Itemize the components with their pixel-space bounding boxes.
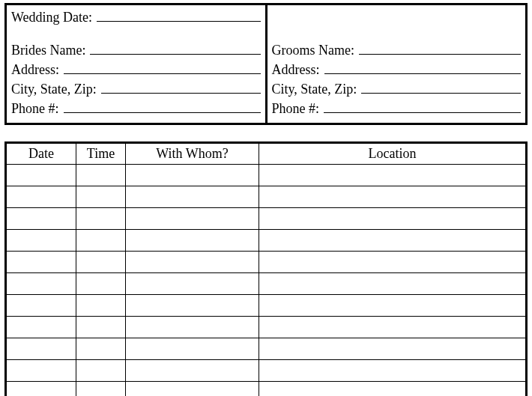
cell-date[interactable] bbox=[6, 165, 76, 186]
cell-whom[interactable] bbox=[126, 317, 259, 338]
bride-phone-label: Phone #: bbox=[11, 101, 59, 117]
schedule-table: Date Time With Whom? Location bbox=[4, 141, 528, 396]
header-whom: With Whom? bbox=[126, 143, 259, 165]
brides-name-field: Brides Name: bbox=[11, 41, 261, 61]
bride-address-label: Address: bbox=[11, 62, 59, 78]
contact-info-box: Wedding Date: Brides Name: Address: City… bbox=[4, 3, 528, 125]
groom-city-label: City, State, Zip: bbox=[272, 82, 357, 97]
table-row bbox=[6, 317, 527, 338]
cell-whom[interactable] bbox=[126, 165, 259, 186]
groom-address-input[interactable] bbox=[324, 61, 522, 74]
cell-location[interactable] bbox=[259, 317, 527, 338]
bride-column: Wedding Date: Brides Name: Address: City… bbox=[7, 5, 267, 123]
section-gap bbox=[4, 125, 528, 141]
bride-address-field: Address: bbox=[11, 61, 261, 80]
cell-date[interactable] bbox=[6, 360, 76, 382]
cell-date[interactable] bbox=[6, 317, 76, 338]
grooms-name-field: Grooms Name: bbox=[272, 41, 522, 61]
table-row bbox=[6, 252, 527, 273]
cell-location[interactable] bbox=[259, 360, 527, 382]
brides-name-input[interactable] bbox=[90, 41, 260, 55]
table-row bbox=[6, 338, 527, 360]
cell-whom[interactable] bbox=[126, 252, 259, 273]
cell-location[interactable] bbox=[259, 273, 527, 295]
cell-date[interactable] bbox=[6, 230, 76, 252]
header-date: Date bbox=[6, 143, 76, 165]
cell-location[interactable] bbox=[259, 208, 527, 230]
cell-time[interactable] bbox=[76, 186, 126, 208]
header-time: Time bbox=[76, 143, 126, 165]
cell-time[interactable] bbox=[76, 317, 126, 338]
cell-date[interactable] bbox=[6, 295, 76, 317]
spacer bbox=[11, 28, 261, 41]
cell-whom[interactable] bbox=[126, 208, 259, 230]
cell-time[interactable] bbox=[76, 208, 126, 230]
cell-date[interactable] bbox=[6, 338, 76, 360]
wedding-date-field: Wedding Date: bbox=[11, 8, 261, 28]
cell-date[interactable] bbox=[6, 186, 76, 208]
header-location: Location bbox=[259, 143, 527, 165]
cell-whom[interactable] bbox=[126, 338, 259, 360]
groom-city-input[interactable] bbox=[361, 80, 521, 94]
groom-phone-input[interactable] bbox=[324, 100, 521, 113]
table-row bbox=[6, 382, 527, 397]
cell-whom[interactable] bbox=[126, 360, 259, 382]
table-row bbox=[6, 165, 527, 186]
bride-city-label: City, State, Zip: bbox=[11, 82, 97, 97]
cell-time[interactable] bbox=[76, 382, 126, 397]
groom-address-label: Address: bbox=[272, 62, 320, 78]
wedding-date-label: Wedding Date: bbox=[11, 10, 92, 25]
cell-whom[interactable] bbox=[126, 295, 259, 317]
schedule-body bbox=[6, 165, 527, 397]
table-row bbox=[6, 208, 527, 230]
cell-date[interactable] bbox=[6, 382, 76, 397]
bride-phone-field: Phone #: bbox=[11, 100, 261, 119]
table-row bbox=[6, 273, 527, 295]
groom-phone-label: Phone #: bbox=[272, 101, 320, 117]
cell-whom[interactable] bbox=[126, 273, 259, 295]
cell-date[interactable] bbox=[6, 273, 76, 295]
cell-whom[interactable] bbox=[126, 382, 259, 397]
cell-whom[interactable] bbox=[126, 230, 259, 252]
cell-location[interactable] bbox=[259, 295, 527, 317]
schedule-header-row: Date Time With Whom? Location bbox=[6, 143, 527, 165]
groom-column: Grooms Name: Address: City, State, Zip: … bbox=[267, 5, 526, 123]
brides-name-label: Brides Name: bbox=[11, 43, 85, 58]
cell-location[interactable] bbox=[259, 230, 527, 252]
cell-time[interactable] bbox=[76, 338, 126, 360]
table-row bbox=[6, 295, 527, 317]
cell-time[interactable] bbox=[76, 273, 126, 295]
cell-location[interactable] bbox=[259, 338, 527, 360]
groom-phone-field: Phone #: bbox=[272, 100, 522, 119]
cell-date[interactable] bbox=[6, 252, 76, 273]
cell-time[interactable] bbox=[76, 165, 126, 186]
table-row bbox=[6, 230, 527, 252]
bride-city-field: City, State, Zip: bbox=[11, 80, 261, 100]
cell-location[interactable] bbox=[259, 382, 527, 397]
grooms-name-label: Grooms Name: bbox=[272, 43, 354, 58]
cell-time[interactable] bbox=[76, 360, 126, 382]
cell-location[interactable] bbox=[259, 252, 527, 273]
table-row bbox=[6, 186, 527, 208]
groom-city-field: City, State, Zip: bbox=[272, 80, 522, 100]
table-row bbox=[6, 360, 527, 382]
cell-location[interactable] bbox=[259, 165, 527, 186]
cell-whom[interactable] bbox=[126, 186, 259, 208]
spacer bbox=[272, 28, 522, 41]
bride-phone-input[interactable] bbox=[64, 100, 261, 113]
groom-address-field: Address: bbox=[272, 61, 522, 80]
cell-date[interactable] bbox=[6, 208, 76, 230]
grooms-name-input[interactable] bbox=[359, 41, 521, 55]
bride-city-input[interactable] bbox=[101, 80, 261, 94]
cell-time[interactable] bbox=[76, 230, 126, 252]
cell-time[interactable] bbox=[76, 295, 126, 317]
cell-time[interactable] bbox=[76, 252, 126, 273]
wedding-date-input[interactable] bbox=[97, 8, 260, 22]
bride-address-input[interactable] bbox=[64, 61, 261, 74]
cell-location[interactable] bbox=[259, 186, 527, 208]
